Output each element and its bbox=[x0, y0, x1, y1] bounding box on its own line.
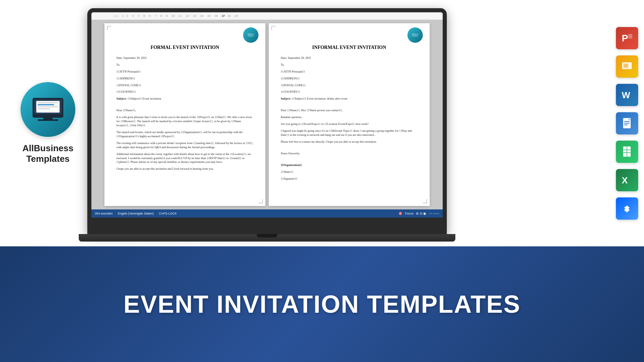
svg-rect-1 bbox=[628, 34, 632, 39]
caps-lock: CAPS-LOCK bbox=[159, 212, 177, 215]
focus-icon: 🎯 bbox=[399, 212, 402, 215]
formal-doc-title: FORMAL EVENT INVITATION bbox=[116, 44, 253, 51]
zoom-slider: — —— bbox=[429, 212, 439, 215]
dropbox-icon[interactable] bbox=[616, 197, 638, 220]
informal-org: {{Organization}} bbox=[281, 163, 418, 167]
language: Engels (Verenigde Staten) bbox=[118, 212, 154, 215]
informal-closing: Yours Sincerely, bbox=[281, 152, 418, 156]
word-app: -1 | 1 2 3 4 5 6 7 8 9 1 bbox=[91, 12, 443, 218]
formal-para4: Additional information about the event, … bbox=[116, 152, 253, 165]
svg-marker-19 bbox=[624, 208, 630, 212]
document-area: AllBusinessTemplates FORMAL EVENT INVITA… bbox=[91, 20, 443, 209]
informal-para4: Please feel free to contact me directly.… bbox=[281, 140, 418, 144]
formal-para2: The launch and lecture, which are kindly… bbox=[116, 130, 253, 139]
formal-para1: It is with great pleasure that I write t… bbox=[116, 115, 253, 128]
svg-text:X: X bbox=[622, 175, 628, 185]
informal-para3: I figured you might be going since it's … bbox=[281, 129, 418, 137]
word-ruler: -1 | 1 2 3 4 5 6 7 8 9 1 bbox=[91, 12, 443, 20]
page-corner-tl bbox=[107, 26, 111, 30]
formal-date: Date: September 29, 2021 bbox=[116, 56, 253, 60]
banner-title: EVENT INVITATION TEMPLATES bbox=[123, 290, 520, 318]
informal-para2: Are you going to {{Event/Expo}} in {{Loc… bbox=[281, 122, 418, 126]
informal-attn: {{ATTN Principal}} bbox=[281, 70, 418, 74]
informal-doc-logo: AllBusinessTemplates bbox=[407, 27, 423, 43]
svg-rect-9 bbox=[624, 125, 628, 125]
formal-doc-logo: AllBusinessTemplates bbox=[243, 27, 258, 43]
icons-sidebar: P W bbox=[610, 0, 644, 246]
informal-country: {{COUNTRY}} bbox=[281, 90, 418, 94]
formal-subject: Subject: {{Subject}} Event invitation bbox=[116, 97, 253, 101]
informal-subject: Subject: {{Subject}} Event invitation, d… bbox=[281, 97, 418, 101]
word-statusbar: 354 woorden Engels (Verenigde Staten) CA… bbox=[91, 209, 443, 218]
laptop-container: -1 | 1 2 3 4 5 6 7 8 9 1 bbox=[79, 3, 455, 246]
formal-attn: {{ATTN Principal}} bbox=[116, 70, 253, 74]
informal-signature: {{Signature}} bbox=[281, 177, 418, 181]
formal-doc-page: AllBusinessTemplates FORMAL EVENT INVITA… bbox=[104, 23, 265, 206]
formal-address: {{ADDRESS}} bbox=[116, 77, 253, 81]
svg-rect-7 bbox=[624, 121, 630, 122]
slides-icon[interactable] bbox=[616, 55, 638, 78]
laptop-notch bbox=[257, 234, 277, 237]
laptop-body: -1 | 1 2 3 4 5 6 7 8 9 1 bbox=[87, 8, 447, 234]
word-icon[interactable]: W bbox=[616, 84, 638, 106]
informal-page-corner-tl bbox=[272, 26, 276, 30]
informal-doc-title: INFORMAL EVENT INVITATION bbox=[281, 44, 418, 51]
informal-date: Date: September 29, 2021 bbox=[281, 56, 418, 60]
page-corner-br bbox=[258, 199, 263, 203]
bottom-banner: EVENT INVITATION TEMPLATES bbox=[0, 246, 644, 362]
informal-to: To, bbox=[281, 63, 418, 67]
formal-postal: {{POSTAL CODE}} bbox=[116, 83, 253, 88]
focus-mode: Focus bbox=[405, 212, 414, 215]
informal-address: {{ADDRESS}} bbox=[281, 77, 418, 81]
informal-doc-page: AllBusinessTemplates INFORMAL EVENT INVI… bbox=[269, 23, 430, 206]
laptop-screen: -1 | 1 2 3 4 5 6 7 8 9 1 bbox=[91, 12, 443, 218]
formal-salutation: Dear {{Name}}, bbox=[116, 108, 253, 113]
formal-to: To, bbox=[116, 63, 253, 67]
informal-postal: {{POSTAL CODE}} bbox=[281, 83, 418, 88]
view-icons: ⊞ ⊟ ▣ bbox=[416, 212, 426, 215]
formal-para3: The evening will commence with a private… bbox=[116, 141, 253, 150]
formal-country: {{COUNTRY}} bbox=[116, 90, 253, 94]
svg-rect-8 bbox=[624, 123, 630, 124]
brand-name: AllBusiness Templates bbox=[23, 143, 74, 164]
powerpoint-icon[interactable]: P bbox=[616, 27, 638, 49]
subject-label: Subject: bbox=[116, 97, 127, 100]
svg-text:P: P bbox=[622, 33, 628, 43]
svg-rect-4 bbox=[623, 64, 628, 68]
informal-name: {{Name}} bbox=[281, 170, 418, 174]
brand-logo bbox=[21, 82, 75, 137]
word-count: 354 woorden bbox=[95, 212, 113, 215]
sheets-icon[interactable] bbox=[616, 141, 638, 163]
main-area: AllBusiness Templates -1 | 1 2 bbox=[0, 0, 644, 246]
informal-salutation: Dear {{Name}}, Hey {{Name person you con… bbox=[281, 108, 418, 113]
formal-para5: I hope you are able to accept this invit… bbox=[116, 167, 253, 171]
svg-text:W: W bbox=[622, 90, 630, 100]
excel-icon[interactable]: X bbox=[616, 169, 638, 191]
docs-icon[interactable] bbox=[616, 112, 638, 134]
informal-para1: Random question... bbox=[281, 115, 418, 119]
informal-page-corner-br bbox=[423, 199, 427, 203]
informal-subject-label: Subject: bbox=[281, 97, 291, 100]
laptop-base bbox=[79, 234, 455, 242]
